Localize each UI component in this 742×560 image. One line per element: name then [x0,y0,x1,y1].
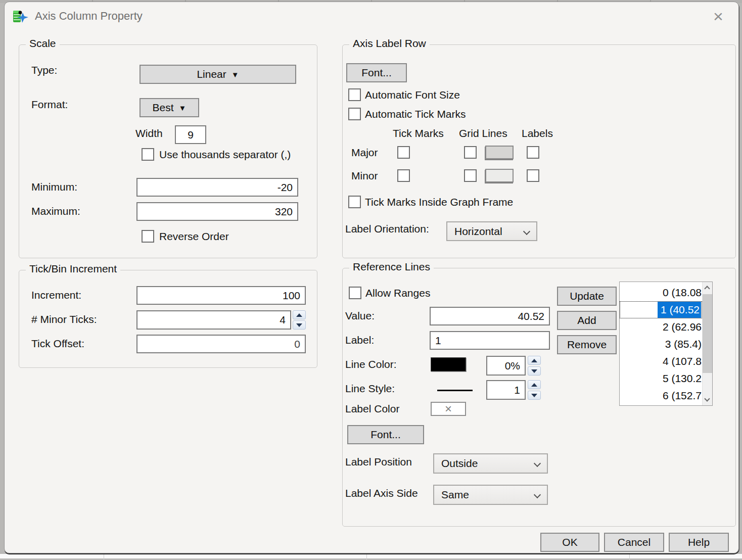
arrow-up-icon [531,359,537,362]
minor-ticks-label: # Minor Ticks: [31,313,97,325]
listbox-scrollbar[interactable] [702,282,712,405]
allow-ranges-checkbox[interactable] [349,287,361,299]
line-alpha-input[interactable]: 0% [486,356,526,376]
minor-grid-line-style-swatch[interactable] [485,169,514,182]
label-input[interactable]: 1 [430,331,550,350]
minimum-input[interactable]: -20 [136,178,298,197]
value-label: Value: [345,310,375,322]
label-position-dropdown[interactable]: Outside [433,453,548,474]
arrow-down-icon [531,394,537,397]
background-gridline [104,554,104,560]
minor-ticks-input[interactable]: 4 [136,310,291,330]
spinner-down-button[interactable] [293,320,306,330]
remove-button[interactable]: Remove [557,335,617,354]
major-grid-lines-checkbox[interactable] [464,146,477,159]
value-input[interactable]: 40.52 [430,307,550,325]
maximum-input[interactable]: 320 [136,202,298,221]
spinner-up-button[interactable] [293,310,306,319]
format-value: Best [153,102,174,114]
type-dropdown-button[interactable]: Linear ▼ [140,65,296,84]
reference-line-item[interactable]: 2 (62.96 [620,318,702,336]
line-style-label: Line Style: [345,383,395,395]
width-input[interactable]: 9 [175,125,206,144]
scrollbar-thumb[interactable] [703,294,713,373]
reference-line-item[interactable]: 6 (152.7 [620,387,702,404]
arrow-down-icon [531,369,537,373]
scroll-down-button[interactable] [703,393,713,405]
update-button[interactable]: Update [557,287,617,306]
tick-bin-increment-group: Tick/Bin Increment Increment: 100 # Mino… [19,270,317,368]
reference-font-button[interactable]: Font... [347,425,424,444]
increment-label: Increment: [31,289,81,301]
increment-input[interactable]: 100 [136,286,306,305]
label-label: Label: [345,334,374,346]
thousands-separator-label: Use thousands separator (,) [159,149,291,161]
chevron-up-icon [704,286,710,291]
minimum-label: Minimum: [31,181,77,193]
close-icon[interactable]: × [708,6,728,26]
spinner-up-button[interactable] [528,356,541,365]
reference-line-item[interactable]: 5 (130.2 [620,370,702,387]
tick-offset-input[interactable]: 0 [136,335,306,353]
chevron-down-icon [534,491,541,498]
line-color-swatch[interactable] [431,357,466,371]
background-gridline [366,554,367,560]
axis-font-button[interactable]: Font... [346,63,407,82]
format-dropdown-button[interactable]: Best ▼ [140,98,199,117]
background-window-bottom [0,554,742,560]
spinner-up-button[interactable] [528,380,541,389]
cancel-button[interactable]: Cancel [604,533,664,552]
line-alpha-spinner [528,356,541,376]
reference-lines-listbox[interactable]: 0 (18.08 1 (40.52 2 (62.96 3 (85.4) 4 (1… [619,282,713,406]
x-icon: × [445,403,452,415]
reverse-order-label: Reverse Order [159,230,229,243]
tick-marks-column-header: Tick Marks [393,127,444,139]
caret-down-icon: ▼ [179,104,187,112]
major-row-label: Major [351,147,378,159]
automatic-tick-marks-checkbox[interactable] [348,108,361,120]
title-bar[interactable]: Axis Column Property × [5,2,738,31]
arrow-up-icon [531,383,537,387]
major-labels-checkbox[interactable] [527,146,539,159]
tick-marks-inside-frame-checkbox[interactable] [348,196,361,208]
minor-labels-checkbox[interactable] [527,169,539,182]
label-color-button[interactable]: × [431,402,466,416]
window-title: Axis Column Property [35,10,143,23]
major-grid-line-style-swatch[interactable] [485,146,514,159]
reverse-order-checkbox[interactable] [142,230,154,243]
axis-label-row-group: Axis Label Row Font... Automatic Font Si… [342,44,736,258]
arrow-up-icon [296,313,302,317]
arrow-down-icon [296,323,302,327]
allow-ranges-label: Allow Ranges [365,287,430,299]
label-orientation-label: Label Orientation: [345,223,429,235]
label-orientation-dropdown[interactable]: Horizontal [446,221,537,241]
minor-row-label: Minor [351,170,378,182]
reference-lines-list: 0 (18.08 1 (40.52 2 (62.96 3 (85.4) 4 (1… [620,284,702,404]
automatic-tick-marks-label: Automatic Tick Marks [365,108,466,120]
reference-line-item[interactable]: 1 (40.52 [620,301,702,318]
line-style-preview[interactable] [437,390,473,391]
automatic-font-size-checkbox[interactable] [348,88,361,101]
chevron-down-icon [704,396,710,401]
help-button[interactable]: Help [669,533,729,552]
reference-lines-group-title: Reference Lines [349,261,434,273]
minor-grid-lines-checkbox[interactable] [464,169,477,182]
reference-line-item[interactable]: 0 (18.08 [620,284,702,301]
scroll-up-button[interactable] [703,282,713,294]
reference-line-item[interactable]: 3 (85.4) [620,336,702,353]
line-width-input[interactable]: 1 [486,380,526,400]
reference-line-item[interactable]: 4 (107.8 [620,353,702,370]
line-color-label: Line Color: [345,358,397,370]
ok-button[interactable]: OK [540,533,599,552]
major-tick-marks-checkbox[interactable] [397,146,410,159]
line-width-spinner [528,380,541,400]
grid-lines-column-header: Grid Lines [459,127,507,139]
spinner-down-button[interactable] [528,391,541,400]
spinner-down-button[interactable] [528,366,541,376]
minor-tick-marks-checkbox[interactable] [397,169,410,182]
maximum-label: Maximum: [31,205,80,217]
label-axis-side-dropdown[interactable]: Same [433,485,548,505]
thousands-separator-checkbox[interactable] [142,148,154,161]
jmp-app-icon [13,9,29,25]
add-button[interactable]: Add [557,311,617,330]
